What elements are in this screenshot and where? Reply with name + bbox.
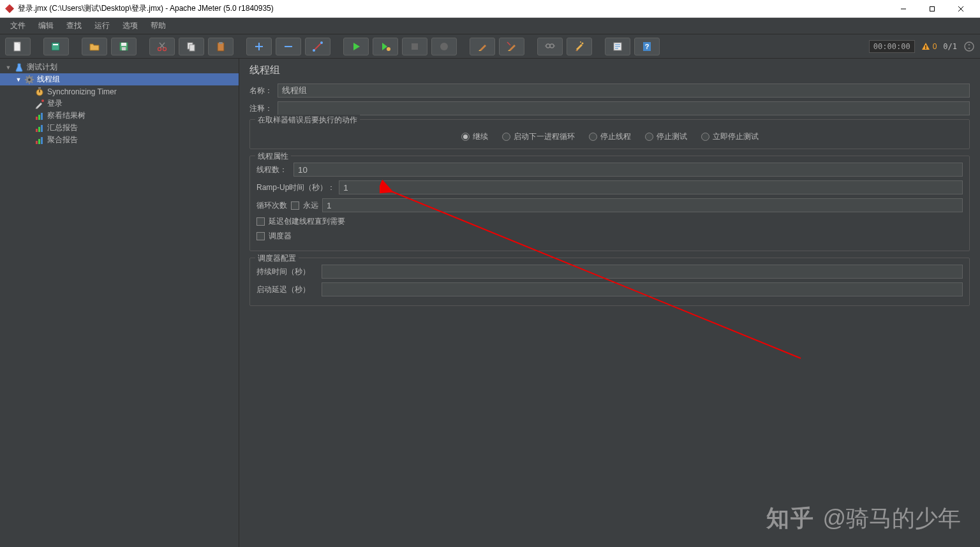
menu-file[interactable]: 文件 xyxy=(4,18,32,34)
svg-rect-10 xyxy=(122,47,126,50)
loop-input[interactable] xyxy=(322,198,963,212)
svg-marker-26 xyxy=(382,43,387,50)
gear-icon xyxy=(24,75,34,85)
svg-rect-60 xyxy=(41,137,43,144)
tree-item-5[interactable]: 汇总报告 xyxy=(0,122,239,134)
error-action-radio-4[interactable]: 立即停止测试 xyxy=(701,131,759,142)
menu-edit[interactable]: 编辑 xyxy=(32,18,60,34)
collapse-button[interactable] xyxy=(276,38,301,55)
toolbar: ? 00:00:00 ! 0 0/1 xyxy=(0,34,980,59)
svg-rect-18 xyxy=(219,42,223,44)
svg-point-35 xyxy=(582,42,584,44)
run-button[interactable] xyxy=(343,38,369,55)
radio-label: 停止测试 xyxy=(657,131,687,142)
help-button[interactable]: ? xyxy=(634,38,660,55)
pipette-icon xyxy=(34,99,45,109)
app-icon xyxy=(5,4,14,13)
menu-run[interactable]: 运行 xyxy=(88,18,116,34)
tree-item-label: Synchronizing Timer xyxy=(47,87,117,96)
maximize-button[interactable] xyxy=(917,0,946,18)
scheduler-label: 调度器 xyxy=(269,231,292,242)
new-button[interactable] xyxy=(5,38,31,55)
warning-indicator[interactable]: ! 0 xyxy=(921,42,937,51)
svg-line-22 xyxy=(314,43,322,50)
menu-help[interactable]: 帮助 xyxy=(144,18,172,34)
radio-label: 继续 xyxy=(473,131,488,142)
radio-icon xyxy=(502,133,510,141)
svg-rect-7 xyxy=(53,44,58,45)
svg-point-32 xyxy=(550,44,554,48)
startup-delay-input[interactable] xyxy=(322,282,963,296)
forever-label: 永远 xyxy=(303,200,318,211)
scheduler-checkbox[interactable] xyxy=(256,232,265,240)
chart-icon xyxy=(34,123,45,133)
svg-rect-57 xyxy=(41,125,43,132)
svg-point-45 xyxy=(965,42,974,51)
minimize-button[interactable] xyxy=(889,0,917,18)
expand-button[interactable] xyxy=(246,38,272,55)
cut-button[interactable] xyxy=(149,38,175,55)
error-action-radio-3[interactable]: 停止测试 xyxy=(645,131,687,142)
svg-point-24 xyxy=(320,41,323,44)
clear-all-button[interactable] xyxy=(499,38,524,55)
comment-input[interactable] xyxy=(278,101,970,115)
shutdown-button[interactable] xyxy=(431,38,457,55)
svg-point-29 xyxy=(440,43,448,50)
tree-item-label: 察看结果树 xyxy=(47,110,85,121)
tree-item-4[interactable]: 察看结果树 xyxy=(0,110,239,122)
test-plan-tree[interactable]: ▼测试计划▼线程组Synchronizing Timer登录察看结果树汇总报告聚… xyxy=(0,59,239,547)
svg-point-47 xyxy=(28,78,31,81)
warning-count: 0 xyxy=(933,42,937,51)
duration-label: 持续时间（秒） xyxy=(256,266,318,277)
tree-arrow-icon[interactable]: ▼ xyxy=(5,64,11,71)
expand-icon[interactable] xyxy=(963,41,975,52)
tree-item-label: 线程组 xyxy=(37,74,60,85)
open-button[interactable] xyxy=(82,38,107,55)
tree-item-6[interactable]: 聚合报告 xyxy=(0,134,239,146)
tree-item-1[interactable]: ▼线程组 xyxy=(0,73,239,85)
menu-search[interactable]: 查找 xyxy=(60,18,88,34)
svg-marker-25 xyxy=(353,43,360,50)
panel-title: 线程组 xyxy=(249,64,970,77)
save-button[interactable] xyxy=(111,38,137,55)
name-input[interactable] xyxy=(278,84,970,98)
svg-rect-58 xyxy=(36,141,38,144)
svg-rect-55 xyxy=(36,129,38,132)
clear-button[interactable] xyxy=(470,38,495,55)
tree-item-0[interactable]: ▼测试计划 xyxy=(0,61,239,73)
error-action-radio-0[interactable]: 继续 xyxy=(461,131,488,142)
threads-input[interactable] xyxy=(293,163,963,177)
menu-bar: 文件 编辑 查找 运行 选项 帮助 xyxy=(0,18,980,34)
tree-item-label: 登录 xyxy=(47,98,63,109)
timer-display: 00:00:00 xyxy=(869,40,915,53)
copy-button[interactable] xyxy=(179,38,204,55)
error-action-radio-2[interactable]: 停止线程 xyxy=(589,131,631,142)
error-action-fieldset: 在取样器错误后要执行的动作 继续启动下一进程循环停止线程停止测试立即停止测试 xyxy=(249,119,970,149)
delay-create-checkbox[interactable] xyxy=(256,217,265,226)
svg-text:!: ! xyxy=(924,44,926,50)
tree-item-2[interactable]: Synchronizing Timer xyxy=(0,85,239,98)
tree-item-label: 汇总报告 xyxy=(47,122,78,133)
error-action-radio-1[interactable]: 启动下一进程循环 xyxy=(502,131,575,142)
search-button[interactable] xyxy=(537,38,563,55)
duration-input[interactable] xyxy=(322,265,963,279)
forever-checkbox[interactable] xyxy=(291,201,299,210)
rampup-input[interactable] xyxy=(339,180,963,194)
reset-search-button[interactable] xyxy=(567,38,592,55)
function-helper-button[interactable] xyxy=(605,38,630,55)
stop-button[interactable] xyxy=(402,38,427,55)
close-button[interactable] xyxy=(946,0,975,18)
menu-options[interactable]: 选项 xyxy=(116,18,144,34)
tree-arrow-icon[interactable]: ▼ xyxy=(15,77,22,83)
svg-point-36 xyxy=(580,41,581,43)
thread-properties-fieldset: 线程属性 线程数： Ramp-Up时间（秒）： 循环次数 永远 延迟创建线程直到… xyxy=(249,156,970,251)
templates-button[interactable] xyxy=(43,38,69,55)
svg-point-31 xyxy=(546,44,550,48)
toggle-button[interactable] xyxy=(305,38,330,55)
thread-props-legend: 线程属性 xyxy=(255,151,291,162)
error-action-legend: 在取样器错误后要执行的动作 xyxy=(255,115,360,126)
tree-item-3[interactable]: 登录 xyxy=(0,98,239,110)
run-no-pause-button[interactable] xyxy=(373,38,398,55)
paste-button[interactable] xyxy=(208,38,234,55)
radio-label: 停止线程 xyxy=(600,131,631,142)
